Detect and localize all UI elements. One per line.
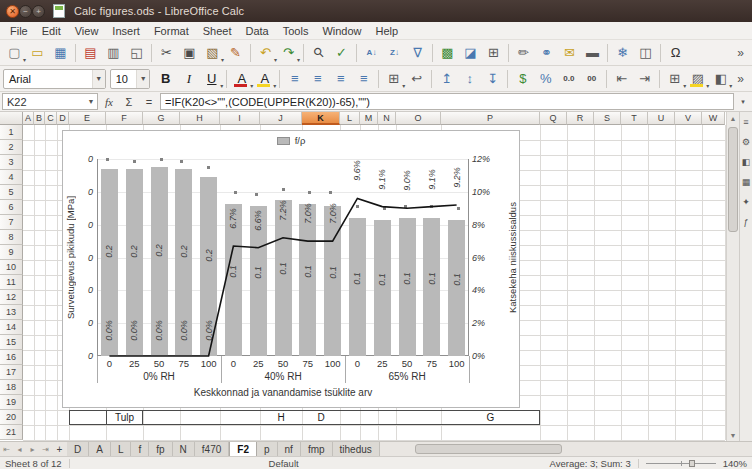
column-header-S[interactable]: S: [594, 112, 621, 125]
highlighting-color-button[interactable]: A▾: [253, 68, 276, 90]
chevron-down-icon[interactable]: ▼: [92, 70, 105, 88]
print-button[interactable]: ▥: [102, 42, 125, 64]
column-header-P[interactable]: P: [441, 112, 540, 125]
column-header-E[interactable]: E: [69, 112, 106, 125]
align-top-button[interactable]: ↥: [435, 68, 458, 90]
selection-stats[interactable]: Average: 3; Sum: 3: [550, 458, 631, 469]
column-header-U[interactable]: U: [648, 112, 675, 125]
chevron-down-icon[interactable]: ▾: [273, 82, 276, 89]
font-name-combo[interactable]: Arial ▼: [3, 69, 106, 89]
vertical-scrollbar[interactable]: ▲ ▼: [726, 112, 739, 441]
column-header-G[interactable]: G: [143, 112, 180, 125]
menu-insert[interactable]: Insert: [105, 24, 147, 38]
borders-button[interactable]: ⊞▾: [663, 68, 686, 90]
row-header-3[interactable]: 3: [0, 155, 23, 170]
row-header-6[interactable]: 6: [0, 200, 23, 215]
sheet-tab-f470[interactable]: f470: [195, 442, 229, 456]
redo-button[interactable]: ↷▾: [277, 42, 300, 64]
menu-view[interactable]: View: [68, 24, 106, 38]
row-header-19[interactable]: 19: [0, 395, 23, 410]
row-header-1[interactable]: 1: [0, 125, 23, 140]
sidebar-settings-icon[interactable]: ≡: [740, 115, 752, 128]
zoom-level[interactable]: 140%: [723, 458, 747, 469]
autofilter-button[interactable]: ∇: [406, 42, 429, 64]
page-style[interactable]: Default: [269, 458, 299, 469]
print-preview-button[interactable]: ◱: [125, 42, 148, 64]
row-header-12[interactable]: 12: [0, 290, 23, 305]
clone-formatting-button[interactable]: ✎: [224, 42, 247, 64]
row-header-21[interactable]: 21: [0, 425, 23, 440]
scroll-down-icon[interactable]: ▼: [727, 429, 739, 441]
menu-tools[interactable]: Tools: [276, 24, 316, 38]
italic-button[interactable]: I: [177, 68, 200, 90]
paste-button[interactable]: ▧▾: [201, 42, 224, 64]
column-header-A[interactable]: A: [23, 112, 34, 125]
freeze-rows-columns-button[interactable]: ❄: [611, 42, 634, 64]
close-button[interactable]: ✕: [6, 5, 19, 18]
pivot-table-button[interactable]: ⊞: [482, 42, 505, 64]
export-pdf-button[interactable]: ▤: [79, 42, 102, 64]
wrap-text-button[interactable]: ↩: [405, 68, 428, 90]
copy-button[interactable]: ▣: [178, 42, 201, 64]
row-header-8[interactable]: 8: [0, 230, 23, 245]
zoom-slider[interactable]: [646, 459, 716, 468]
first-sheet-button[interactable]: ⇤: [0, 442, 13, 456]
save-button[interactable]: ▦: [49, 42, 72, 64]
column-header-R[interactable]: R: [567, 112, 594, 125]
column-header-I[interactable]: I: [220, 112, 260, 125]
add-sheet-button[interactable]: +: [52, 442, 67, 456]
column-header-Q[interactable]: Q: [540, 112, 567, 125]
insert-hyperlink-button[interactable]: ⚭: [535, 42, 558, 64]
format-as-currency-button[interactable]: $: [511, 68, 534, 90]
sheet-position[interactable]: Sheet 8 of 12: [5, 458, 62, 469]
sheet-tab-f[interactable]: f: [131, 442, 149, 456]
select-all-corner[interactable]: [0, 112, 23, 125]
cell-F20[interactable]: Tulp: [106, 410, 143, 425]
format-as-percent-button[interactable]: %: [534, 68, 557, 90]
formula-input[interactable]: =IF(K20<>"",(CODE(UPPER(K20))-65),""): [160, 93, 734, 110]
sheet-tab-nf[interactable]: nf: [278, 442, 301, 456]
font-color-button[interactable]: A▾: [230, 68, 253, 90]
row-header-20[interactable]: 20: [0, 410, 23, 425]
row-header-16[interactable]: 16: [0, 350, 23, 365]
increase-indent-button[interactable]: ⇥: [633, 68, 656, 90]
name-box[interactable]: K22 ▼: [2, 93, 98, 110]
justify-button[interactable]: ≡: [352, 68, 375, 90]
sheet-tab-f2[interactable]: F2: [229, 442, 257, 456]
show-draw-functions-button[interactable]: ✏: [512, 42, 535, 64]
functions-icon[interactable]: ƒ: [740, 215, 752, 228]
align-bottom-button[interactable]: ↧: [481, 68, 504, 90]
sheet-tab-a[interactable]: A: [89, 442, 111, 456]
spelling-button[interactable]: ✓: [330, 42, 353, 64]
sheet-tab-tihedus[interactable]: tihedus: [333, 442, 380, 456]
open-button[interactable]: ▭: [26, 42, 49, 64]
chevron-down-icon[interactable]: ▾: [297, 56, 300, 63]
align-right-button[interactable]: ≡: [329, 68, 352, 90]
menu-file[interactable]: File: [3, 24, 35, 38]
center-vertically-button[interactable]: ↕: [458, 68, 481, 90]
align-center-button[interactable]: ≡: [306, 68, 329, 90]
properties-icon[interactable]: ⚙: [740, 135, 752, 148]
navigator-icon[interactable]: ✦: [740, 195, 752, 208]
sheet-tab-l[interactable]: L: [111, 442, 132, 456]
next-sheet-button[interactable]: ▸: [26, 442, 39, 456]
menu-data[interactable]: Data: [238, 24, 275, 38]
special-character-button[interactable]: Ω: [664, 42, 687, 64]
sheet-tab-n[interactable]: N: [173, 442, 195, 456]
row-header-2[interactable]: 2: [0, 140, 23, 155]
sort-ascending-button[interactable]: A↓: [360, 42, 383, 64]
sheet-tab-p[interactable]: p: [257, 442, 278, 456]
chevron-down-icon[interactable]: ▼: [85, 98, 97, 105]
row-header-4[interactable]: 4: [0, 170, 23, 185]
column-header-J[interactable]: J: [260, 112, 302, 125]
scroll-up-icon[interactable]: ▲: [727, 112, 739, 124]
zoom-slider-thumb[interactable]: [689, 460, 695, 467]
function-wizard-button[interactable]: fx: [100, 93, 118, 110]
column-header-L[interactable]: L: [340, 112, 360, 125]
row-header-9[interactable]: 9: [0, 245, 23, 260]
decrease-indent-button[interactable]: ⇤: [610, 68, 633, 90]
column-header-F[interactable]: F: [106, 112, 143, 125]
row-header-17[interactable]: 17: [0, 365, 23, 380]
insert-comment-button[interactable]: ✉: [558, 42, 581, 64]
styles-icon[interactable]: ◧: [740, 155, 752, 168]
